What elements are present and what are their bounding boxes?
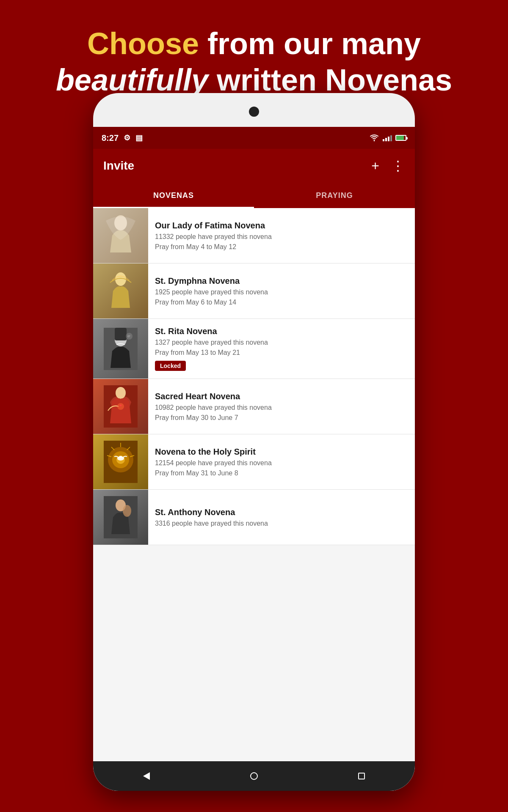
add-button[interactable]: +: [371, 158, 379, 174]
novena-image-sacred: [93, 379, 148, 434]
time: 8:27: [102, 133, 119, 143]
recent-button[interactable]: [345, 768, 378, 784]
list-item[interactable]: St. Rita Novena 1327 people have prayed …: [93, 319, 415, 379]
status-left: 8:27 ⚙ ▤: [102, 133, 143, 143]
header-line1: Choose from our many: [34, 25, 474, 62]
novena-count: 11332 people have prayed this novena: [155, 233, 408, 241]
novena-dates: Pray from May 4 to May 12: [155, 243, 408, 251]
list-item[interactable]: Our Lady of Fatima Novena 11332 people h…: [93, 208, 415, 263]
app-title: Invite: [103, 159, 134, 173]
status-right: [369, 134, 406, 142]
novena-count: 10982 people have prayed this novena: [155, 404, 408, 411]
novena-title: St. Dymphna Novena: [155, 276, 408, 286]
holyspirit-image-art: [104, 441, 138, 483]
bottom-nav: [93, 761, 415, 791]
signal-bars: [383, 134, 392, 141]
novena-info: Our Lady of Fatima Novena 11332 people h…: [148, 208, 415, 263]
list-item[interactable]: Sacred Heart Novena 10982 people have pr…: [93, 379, 415, 434]
tab-novenas[interactable]: NOVENAS: [93, 183, 254, 208]
rita-image-art: [104, 328, 138, 370]
novena-info: St. Dymphna Novena 1925 people have pray…: [148, 263, 415, 318]
novena-title: St. Rita Novena: [155, 326, 408, 336]
dymphna-image-art: [104, 270, 138, 312]
home-button[interactable]: [237, 768, 271, 784]
svg-point-8: [117, 403, 124, 410]
novena-image-rita: [93, 319, 148, 379]
novena-count: 3316 people have prayed this novena: [155, 520, 408, 527]
fatima-image-art: [104, 214, 138, 257]
novena-title: St. Anthony Novena: [155, 508, 408, 517]
novena-title: Our Lady of Fatima Novena: [155, 221, 408, 230]
svg-point-17: [123, 505, 131, 517]
novena-count: 1327 people have prayed this novena: [155, 339, 408, 346]
novena-info: Novena to the Holy Spirit 12154 people h…: [148, 434, 415, 489]
novena-list[interactable]: Our Lady of Fatima Novena 11332 people h…: [93, 208, 415, 761]
novena-count: 12154 people have prayed this novena: [155, 459, 408, 467]
status-bar: 8:27 ⚙ ▤: [93, 127, 415, 149]
svg-rect-4: [115, 328, 127, 340]
app-bar-actions: + ⋮: [371, 158, 405, 174]
novena-title: Novena to the Holy Spirit: [155, 447, 408, 457]
sacred-image-art: [104, 385, 138, 428]
novena-count: 1925 people have prayed this novena: [155, 288, 408, 296]
header-line1-suffix: from our many: [207, 27, 421, 60]
novena-image-holyspirit: [93, 434, 148, 489]
gear-icon: ⚙: [124, 133, 130, 143]
camera-dot: [249, 107, 259, 117]
novena-image-fatima: [93, 208, 148, 263]
novena-info: St. Rita Novena 1327 people have prayed …: [148, 319, 415, 379]
header-beautifully: beautifully: [56, 63, 208, 97]
tab-praying[interactable]: PRAYING: [254, 183, 415, 208]
list-item[interactable]: St. Dymphna Novena 1925 people have pray…: [93, 263, 415, 319]
novena-info: St. Anthony Novena 3316 people have pray…: [148, 490, 415, 545]
sim-icon: ▤: [135, 133, 143, 143]
novena-image-dymphna: [93, 263, 148, 318]
list-item[interactable]: Novena to the Holy Spirit 12154 people h…: [93, 434, 415, 490]
novena-title: Sacred Heart Novena: [155, 392, 408, 401]
list-item[interactable]: St. Anthony Novena 3316 people have pray…: [93, 490, 415, 545]
header-line2-suffix: written Novenas: [217, 63, 452, 97]
novena-info: Sacred Heart Novena 10982 people have pr…: [148, 379, 415, 434]
svg-point-7: [116, 387, 126, 399]
novena-dates: Pray from May 31 to June 8: [155, 469, 408, 477]
wifi-icon: [369, 134, 379, 142]
phone-inner: 8:27 ⚙ ▤: [93, 127, 415, 791]
novena-image-anthony: [93, 490, 148, 545]
header-choose: Choose: [87, 27, 199, 60]
novena-dates: Pray from May 30 to June 7: [155, 414, 408, 422]
app-bar: Invite + ⋮: [93, 149, 415, 183]
tabs-bar: NOVENAS PRAYING: [93, 183, 415, 208]
phone-frame: 8:27 ⚙ ▤: [93, 93, 415, 791]
locked-badge[interactable]: Locked: [155, 361, 186, 371]
anthony-image-art: [104, 496, 138, 538]
novena-dates: Pray from May 13 to May 21: [155, 349, 408, 357]
novena-dates: Pray from May 6 to May 14: [155, 299, 408, 306]
back-button[interactable]: [130, 768, 163, 784]
menu-button[interactable]: ⋮: [391, 158, 405, 174]
battery-icon: [395, 135, 406, 141]
svg-point-14: [119, 456, 122, 458]
